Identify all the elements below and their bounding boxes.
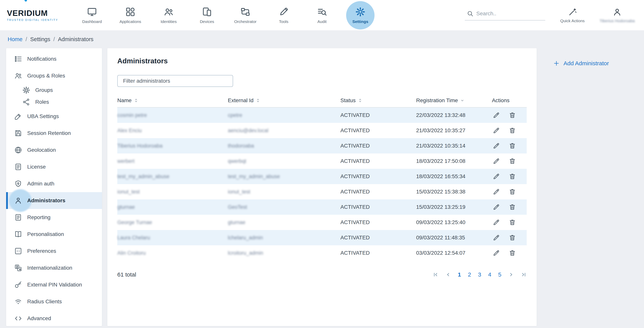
quick-actions-button[interactable]: Quick Actions — [560, 7, 584, 23]
content-area: Notifications Groups & Roles Groups Role… — [0, 48, 644, 326]
sidebar-item-groups[interactable]: Groups — [6, 84, 102, 96]
nav-item-identities[interactable]: Identities — [150, 1, 188, 30]
pencil-icon — [492, 112, 500, 119]
edit-button[interactable] — [492, 188, 500, 195]
chevron-down-icon — [460, 98, 465, 103]
tools-icon — [278, 7, 289, 17]
edit-button[interactable] — [492, 158, 500, 165]
applications-icon — [125, 7, 136, 17]
delete-button[interactable] — [509, 173, 516, 180]
admin-name: werbert — [117, 158, 228, 164]
delete-button[interactable] — [509, 219, 516, 226]
nav-item-orchestrator[interactable]: Orchestrator — [226, 1, 264, 30]
edit-button[interactable] — [492, 219, 500, 226]
last-page-button[interactable] — [521, 272, 527, 278]
nav-label: Settings — [352, 19, 368, 24]
sidebar-item-notifications[interactable]: Notifications — [6, 50, 102, 67]
delete-button[interactable] — [509, 158, 516, 165]
nav-item-tools[interactable]: Tools — [264, 1, 303, 30]
edit-button[interactable] — [492, 203, 500, 211]
logo-text: VERIDIUM — [7, 9, 48, 17]
admin-name: Alin Croitoru — [117, 250, 228, 256]
delete-button[interactable] — [509, 203, 516, 211]
edit-button[interactable] — [492, 173, 500, 180]
search-input[interactable] — [476, 10, 536, 17]
user-menu[interactable]: Tiberius Hodoroaba — [600, 7, 635, 23]
nav-item-dashboard[interactable]: Dashboard — [73, 1, 111, 30]
pencil-icon — [492, 219, 500, 226]
sidebar-item-preferences[interactable]: Preferences — [6, 243, 102, 260]
column-header-name[interactable]: Name — [117, 97, 228, 104]
column-header-actions: Actions — [492, 97, 527, 104]
delete-button[interactable] — [509, 127, 516, 134]
pen-icon — [14, 112, 22, 120]
administrators-panel: Administrators Name External Id Status R… — [107, 48, 537, 326]
delete-button[interactable] — [509, 188, 516, 195]
delete-button[interactable] — [509, 234, 516, 241]
sidebar-item-radius-clients[interactable]: Radius Clients — [6, 293, 102, 310]
person-icon — [14, 196, 22, 205]
page-number-4[interactable]: 4 — [488, 271, 492, 278]
gear-icon — [22, 86, 30, 94]
page-number-1[interactable]: 1 — [458, 271, 461, 278]
sidebar-item-groups-roles[interactable]: Groups & Roles — [6, 67, 102, 84]
column-header-registration-time[interactable]: Registration Time — [416, 97, 492, 104]
edit-button[interactable] — [492, 234, 500, 241]
orchestrator-icon — [240, 7, 250, 17]
next-page-icon — [508, 272, 514, 278]
settings-sidebar: Notifications Groups & Roles Groups Role… — [6, 48, 102, 326]
sidebar-item-license[interactable]: License — [6, 159, 102, 175]
edit-button[interactable] — [492, 142, 500, 150]
sidebar-item-external-pin-validation[interactable]: External PIN Validation — [6, 276, 102, 293]
sidebar-item-roles[interactable]: Roles — [6, 96, 102, 108]
page-number-5[interactable]: 5 — [498, 271, 502, 278]
page-number-3[interactable]: 3 — [478, 271, 481, 278]
sidebar-item-geolocation[interactable]: Geolocation — [6, 142, 102, 159]
edit-button[interactable] — [492, 112, 500, 119]
status-badge: ACTIVATED — [340, 158, 416, 164]
nav-item-settings[interactable]: Settings — [341, 1, 380, 30]
first-page-icon — [432, 272, 438, 278]
breadcrumb-settings[interactable]: Settings — [30, 36, 50, 42]
document-icon — [14, 213, 22, 221]
add-administrator-button[interactable]: Add Administrator — [553, 60, 609, 67]
veridium-logo: VERIDIUM TRUSTED DIGITAL IDENTITY — [7, 9, 64, 21]
edit-button[interactable] — [492, 127, 500, 134]
language-icon — [14, 264, 22, 272]
admin-external-id: ionut_test — [228, 189, 340, 195]
edit-button[interactable] — [492, 249, 500, 257]
nav-item-audit[interactable]: Audit — [303, 1, 341, 30]
page-number-2[interactable]: 2 — [468, 271, 471, 278]
table-row: Alin Croitoru lcroitoru_admin ACTIVATED … — [117, 245, 527, 261]
filter-administrators-input[interactable] — [117, 75, 233, 87]
delete-button[interactable] — [509, 142, 516, 150]
sidebar-item-advanced[interactable]: Advanced — [6, 310, 102, 326]
column-header-status[interactable]: Status — [340, 97, 416, 104]
devices-icon — [202, 7, 212, 17]
registration-time: 09/03/2022 13:25:40 — [416, 219, 492, 225]
list-icon — [14, 55, 22, 63]
delete-button[interactable] — [509, 112, 516, 119]
logo-dot — [24, 0, 27, 1]
delete-button[interactable] — [509, 249, 516, 257]
sidebar-item-internationalization[interactable]: Internationalization — [6, 260, 102, 276]
registration-time: 15/03/2022 13:25:19 — [416, 204, 492, 210]
pencil-icon — [492, 127, 500, 134]
nav-item-applications[interactable]: Applications — [111, 1, 150, 30]
breadcrumb-home[interactable]: Home — [8, 36, 22, 42]
admin-name: Tiberius Hodoroaba — [117, 143, 228, 149]
pencil-icon — [492, 188, 500, 195]
sidebar-item-administrators[interactable]: Administrators — [6, 192, 102, 209]
nav-item-devices[interactable]: Devices — [188, 1, 226, 30]
column-header-external-id[interactable]: External Id — [228, 97, 340, 104]
sidebar-item-reporting[interactable]: Reporting — [6, 209, 102, 226]
previous-page-button[interactable] — [445, 272, 451, 278]
sidebar-item-uba-settings[interactable]: UBA Settings — [6, 108, 102, 125]
next-page-button[interactable] — [508, 272, 514, 278]
first-page-button[interactable] — [432, 272, 438, 278]
admin-external-id: gturnae — [228, 219, 340, 225]
admin-external-id: aenciu@dev.local — [228, 128, 340, 134]
sidebar-item-session-retention[interactable]: Session Retention — [6, 125, 102, 142]
top-bar: VERIDIUM TRUSTED DIGITAL IDENTITY Dashbo… — [0, 0, 644, 31]
sidebar-item-personalisation[interactable]: Personalisation — [6, 226, 102, 243]
